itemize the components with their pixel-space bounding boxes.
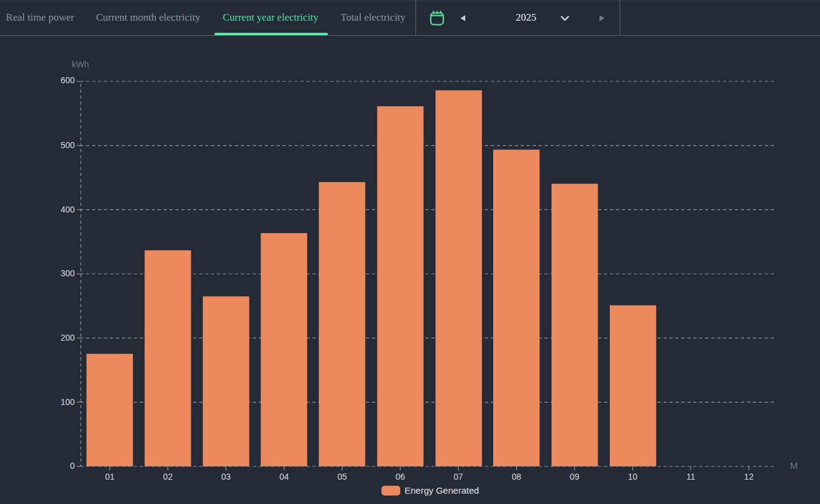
svg-text:07: 07 [454,472,463,482]
svg-text:05: 05 [338,472,347,482]
svg-text:08: 08 [512,472,522,482]
svg-text:500: 500 [61,140,75,150]
svg-text:12: 12 [744,472,754,482]
svg-text:100: 100 [61,397,75,407]
svg-text:04: 04 [279,472,289,482]
svg-text:02: 02 [163,472,173,482]
svg-text:11: 11 [686,472,695,482]
svg-text:200: 200 [61,333,75,342]
svg-text:M: M [790,460,798,471]
svg-text:0: 0 [70,461,75,471]
svg-text:400: 400 [61,205,75,214]
svg-text:300: 300 [61,268,75,278]
svg-text:600: 600 [61,75,75,85]
svg-text:kWh: kWh [72,60,89,69]
svg-text:10: 10 [628,472,638,482]
svg-text:06: 06 [395,472,405,482]
svg-text:09: 09 [570,472,579,482]
svg-text:03: 03 [221,472,231,482]
svg-text:01: 01 [105,472,115,482]
